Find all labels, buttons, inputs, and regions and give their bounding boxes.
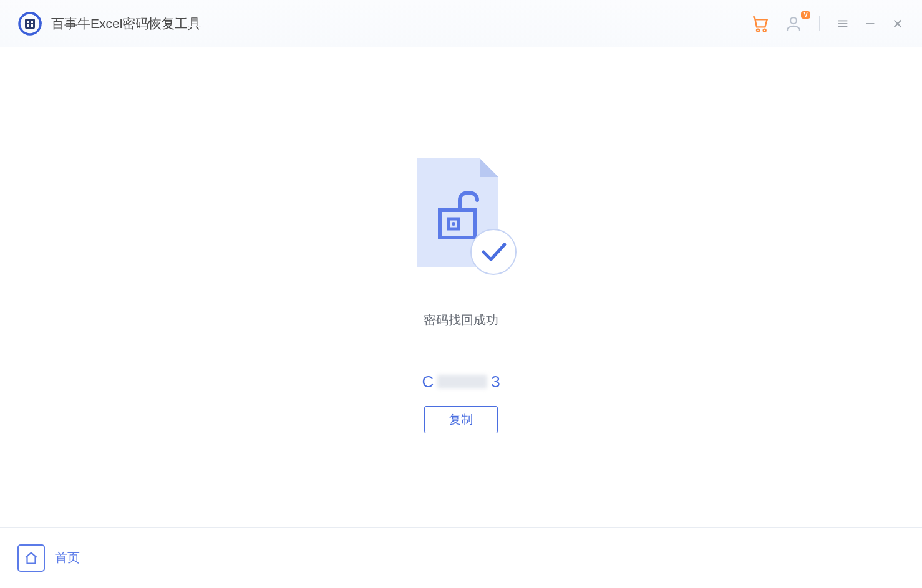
svg-rect-5 [31, 24, 33, 27]
svg-point-17 [452, 222, 455, 226]
svg-point-18 [471, 229, 516, 274]
title-bar: 百事牛Excel密码恢复工具 V [0, 0, 922, 47]
password-suffix: 3 [491, 372, 500, 392]
svg-rect-3 [31, 21, 33, 23]
minimize-icon[interactable] [863, 17, 877, 31]
home-link[interactable]: 首页 [17, 544, 80, 572]
home-icon [17, 544, 45, 572]
svg-point-7 [764, 29, 766, 31]
svg-rect-4 [27, 24, 29, 27]
app-title: 百事牛Excel密码恢复工具 [51, 15, 201, 32]
success-file-icon [405, 158, 517, 277]
footer: 首页 [0, 527, 922, 588]
close-icon[interactable] [891, 17, 905, 31]
user-icon[interactable]: V [784, 14, 803, 33]
svg-rect-2 [27, 21, 29, 23]
cart-icon[interactable] [750, 14, 770, 34]
main-content: 密码找回成功 C 3 复制 [0, 47, 922, 527]
vip-badge: V [801, 11, 810, 19]
header-right: V [750, 14, 905, 34]
header-left: 百事牛Excel密码恢复工具 [17, 11, 201, 36]
success-message: 密码找回成功 [424, 312, 498, 329]
divider [819, 16, 820, 31]
svg-point-6 [757, 29, 759, 31]
password-masked-middle [437, 375, 487, 388]
svg-rect-1 [25, 19, 35, 29]
home-label: 首页 [55, 549, 80, 566]
recovered-password: C 3 [422, 372, 500, 392]
copy-button[interactable]: 复制 [424, 406, 498, 433]
svg-point-8 [790, 17, 797, 24]
app-logo-icon [17, 11, 42, 36]
password-prefix: C [422, 372, 434, 392]
menu-icon[interactable] [836, 17, 850, 31]
